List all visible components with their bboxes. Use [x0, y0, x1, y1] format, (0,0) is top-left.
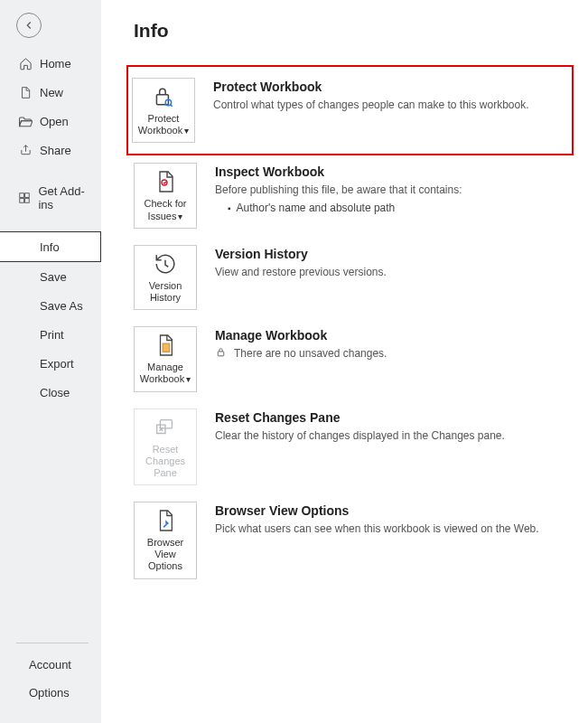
sidebar-label: Home: [40, 57, 71, 70]
sidebar-item-options[interactable]: Options: [0, 679, 101, 707]
open-folder-icon: [18, 114, 33, 128]
sidebar-label: Save As: [40, 299, 83, 313]
arrow-left-icon: [23, 19, 35, 32]
tile-label: Check for Issues▾: [136, 198, 194, 221]
check-for-issues-tile[interactable]: Check for Issues▾: [134, 163, 197, 228]
section-heading: Manage Workbook: [215, 328, 574, 343]
section-text: Clear the history of changes displayed i…: [215, 428, 574, 443]
tile-label: Reset Changes Pane: [136, 444, 194, 480]
inspect-bullet: Author's name and absolute path: [228, 202, 574, 214]
svg-point-6: [162, 180, 167, 185]
sidebar-item-print[interactable]: Print: [0, 320, 101, 349]
tile-label: Version History: [136, 280, 194, 304]
sidebar-label: New: [40, 86, 63, 99]
sidebar-label: Export: [40, 357, 74, 371]
main-content: Info Protect Workbook▾ Protect Workbook …: [101, 0, 588, 723]
svg-rect-2: [20, 199, 24, 203]
history-icon: [153, 251, 178, 277]
home-icon: [18, 56, 33, 70]
highlight-box: Protect Workbook▾ Protect Workbook Contr…: [126, 65, 574, 155]
sidebar-item-account[interactable]: Account: [0, 651, 101, 679]
sidebar-item-get-addins[interactable]: Get Add-ins: [0, 177, 101, 219]
tile-label: Browser View Options: [136, 537, 194, 573]
reset-changes-pane-tile: Reset Changes Pane: [134, 408, 197, 486]
sidebar-bottom: Account Options: [0, 637, 101, 707]
chevron-down-icon: ▾: [184, 126, 189, 136]
section-heading: Protect Workbook: [213, 80, 563, 94]
svg-rect-1: [25, 193, 30, 198]
sidebar-item-home[interactable]: Home: [0, 49, 101, 78]
inspect-document-icon: [153, 169, 178, 194]
section-text: Before publishing this file, be aware th…: [215, 183, 574, 197]
addins-icon: [18, 191, 31, 205]
sidebar-item-new[interactable]: New: [0, 78, 101, 107]
backstage-sidebar: Home New Open Share Get Add-ins: [0, 0, 101, 723]
svg-rect-9: [160, 419, 172, 427]
svg-rect-3: [25, 199, 30, 203]
svg-rect-7: [163, 343, 169, 352]
sidebar-label: Share: [40, 144, 71, 157]
protect-workbook-tile[interactable]: Protect Workbook▾: [132, 78, 195, 143]
sidebar-separator: [16, 643, 89, 643]
sidebar-item-save[interactable]: Save: [0, 262, 101, 291]
tile-label: Manage Workbook▾: [136, 362, 194, 385]
browser-view-options-tile[interactable]: Browser View Options: [134, 502, 197, 579]
sidebar-item-share[interactable]: Share: [0, 136, 101, 164]
manage-workbook-tile[interactable]: Manage Workbook▾: [134, 326, 197, 391]
document-icon: [153, 333, 178, 358]
sidebar-label: Close: [40, 386, 70, 399]
new-file-icon: [18, 85, 33, 99]
chevron-down-icon: ▾: [186, 374, 191, 384]
section-text: View and restore previous versions.: [215, 265, 574, 279]
sidebar-item-export[interactable]: Export: [0, 349, 101, 378]
back-button[interactable]: [16, 13, 42, 38]
share-icon: [18, 143, 33, 157]
blank-icon: [18, 239, 33, 254]
tile-label: Protect Workbook▾: [135, 113, 192, 136]
sidebar-label: Info: [40, 240, 60, 254]
svg-rect-8: [218, 352, 224, 356]
lock-search-icon: [151, 84, 176, 109]
sidebar-label: Get Add-ins: [38, 184, 94, 211]
sidebar-label: Save: [40, 270, 67, 284]
reset-changes-icon: [153, 415, 178, 440]
sidebar-item-save-as[interactable]: Save As: [0, 291, 101, 320]
section-heading: Reset Changes Pane: [215, 410, 574, 425]
sidebar-label: Open: [40, 115, 69, 128]
sidebar-label: Print: [40, 328, 64, 342]
page-title: Info: [134, 20, 574, 42]
sidebar-item-close[interactable]: Close: [0, 378, 101, 407]
section-heading: Inspect Workbook: [215, 164, 574, 179]
section-text: Control what types of changes people can…: [213, 98, 563, 112]
browser-view-icon: [153, 508, 178, 533]
sidebar-item-open[interactable]: Open: [0, 107, 101, 136]
svg-rect-0: [20, 193, 24, 198]
sidebar-label: Options: [29, 686, 70, 700]
section-heading: Version History: [215, 247, 574, 261]
sidebar-label: Account: [29, 658, 71, 671]
sidebar-item-info[interactable]: Info: [0, 231, 101, 262]
section-text: Pick what users can see when this workbo…: [215, 521, 574, 536]
lock-icon: [215, 346, 227, 361]
chevron-down-icon: ▾: [178, 211, 182, 221]
section-heading: Browser View Options: [215, 503, 574, 518]
version-history-tile[interactable]: Version History: [134, 245, 197, 310]
section-text: There are no unsaved changes.: [234, 347, 387, 360]
